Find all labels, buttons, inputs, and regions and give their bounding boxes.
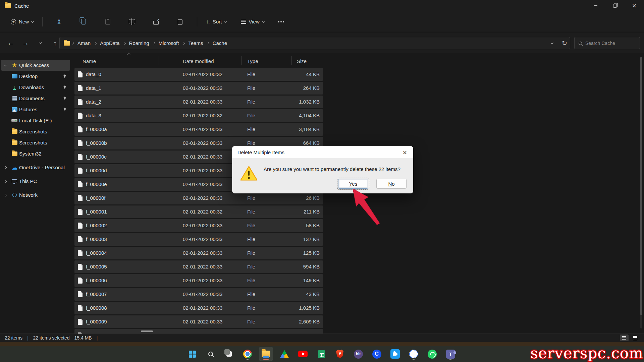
item-count: 22 items <box>5 335 22 341</box>
breadcrumb[interactable]: AmanAppDataRoamingMicrosoftTeamsCache ↻ <box>59 37 570 49</box>
sidebar-item-documents[interactable]: Documents <box>1 93 70 104</box>
cut-button[interactable] <box>52 16 67 27</box>
close-button[interactable]: ✕ <box>625 0 644 11</box>
sidebar-item-network[interactable]: Network <box>1 189 70 200</box>
share-button[interactable] <box>149 16 163 27</box>
column-header-date-modified[interactable]: Date modified <box>183 58 214 64</box>
column-header-size[interactable]: Size <box>297 58 307 64</box>
file-row-data-2[interactable]: data_202-01-2022 00:33File1,032 KB <box>74 96 323 108</box>
file-row-f-000009[interactable]: f_00000902-01-2022 00:33File2,609 KB <box>74 315 323 328</box>
horizontal-scrollbar-thumb[interactable] <box>141 330 153 332</box>
view-button[interactable]: View <box>237 16 268 27</box>
file-row-f-000008[interactable]: f_00000802-01-2022 00:33File1,025 KB <box>74 302 323 314</box>
scrollbar-thumb[interactable] <box>640 57 642 315</box>
large-icons-view-button[interactable] <box>631 335 639 341</box>
taskbar-icon-google-sheets[interactable] <box>314 347 328 361</box>
chevron-down-icon[interactable] <box>1 64 10 66</box>
taskbar-icon-brave[interactable] <box>333 347 347 361</box>
column-divider[interactable] <box>159 56 159 65</box>
sidebar-item-screenshots[interactable]: Screenshots <box>1 137 70 148</box>
recent-locations-button[interactable] <box>33 37 48 49</box>
chevron-right-icon[interactable] <box>1 180 10 182</box>
breadcrumb-segment-cache[interactable]: Cache <box>211 40 229 46</box>
breadcrumb-segment-roaming[interactable]: Roaming <box>127 40 151 46</box>
file-row-f-000007[interactable]: f_00000702-01-2022 00:33File43 KB <box>74 288 323 301</box>
chevron-right-icon[interactable] <box>1 194 10 196</box>
cell-name: data_2 <box>86 99 101 105</box>
file-row-f-000003[interactable]: f_00000302-01-2022 00:33File137 KB <box>74 233 323 246</box>
taskbar-icon-google-drive[interactable] <box>277 347 291 361</box>
file-row-data-0[interactable]: data_002-01-2022 00:32File44 KB <box>74 68 323 81</box>
cell-name: f_00000b <box>86 140 107 146</box>
delete-button[interactable] <box>173 16 187 27</box>
taskbar-icon-twitter[interactable] <box>388 347 402 361</box>
cell-size: 4,104 KB <box>299 113 320 118</box>
downloads-icon: ↓ <box>10 85 19 90</box>
paste-button[interactable] <box>100 16 115 27</box>
yes-button[interactable]: Yes <box>338 179 368 189</box>
sidebar-item-screenshots[interactable]: Screenshots <box>1 126 70 137</box>
column-header-type[interactable]: Type <box>247 58 258 64</box>
new-button[interactable]: + New <box>7 16 38 27</box>
cell-size: 594 KB <box>303 264 320 269</box>
taskbar-icon-youtube[interactable] <box>296 347 310 361</box>
maximize-button[interactable] <box>605 0 625 11</box>
file-row-f-000006[interactable]: f_00000602-01-2022 00:33File149 KB <box>74 274 323 287</box>
cell-type: File <box>247 209 255 215</box>
file-row-f-00000f[interactable]: f_00000f02-01-2022 00:33File26 KB <box>74 192 323 204</box>
search-input[interactable]: Search Cache <box>574 37 640 49</box>
column-divider[interactable] <box>291 56 292 65</box>
sidebar-item-onedrive-personal[interactable]: ☁OneDrive - Personal <box>1 162 70 173</box>
chevron-down-icon <box>224 20 227 22</box>
file-row-data-3[interactable]: data_302-01-2022 00:32File4,104 KB <box>74 109 323 122</box>
taskbar-icon-chrome[interactable] <box>240 347 255 361</box>
minimize-button[interactable] <box>586 0 605 11</box>
taskbar-icon-whatsapp[interactable] <box>425 347 439 361</box>
taskbar-icon-teams[interactable]: T <box>443 347 458 361</box>
file-row-f-000002[interactable]: f_00000202-01-2022 00:33File58 KB <box>74 219 323 232</box>
address-dropdown-icon[interactable] <box>551 41 553 44</box>
vertical-scrollbar[interactable] <box>640 57 642 328</box>
breadcrumb-segment-appdata[interactable]: AppData <box>98 40 121 46</box>
copy-button[interactable] <box>76 16 91 27</box>
sidebar-item-this-pc[interactable]: This PC <box>1 176 70 187</box>
breadcrumb-segment-aman[interactable]: Aman <box>75 40 93 46</box>
sidebar-item-system32[interactable]: System32 <box>1 148 70 159</box>
large-icons-view-icon <box>633 336 637 340</box>
taskbar-icon-start[interactable] <box>185 347 199 361</box>
file-row-f-000001[interactable]: f_00000102-01-2022 00:32File211 KB <box>74 205 323 218</box>
cell-name: f_00000e <box>86 181 107 187</box>
taskbar-icon-search[interactable] <box>204 347 218 361</box>
sidebar-item-quick-access[interactable]: ★Quick access <box>1 60 70 71</box>
column-header-name[interactable]: Name <box>83 58 96 64</box>
refresh-icon[interactable]: ↻ <box>562 39 567 47</box>
sidebar-item-local-disk-e[interactable]: Local Disk (E:) <box>1 115 70 126</box>
column-divider[interactable] <box>241 56 241 65</box>
no-button[interactable]: No <box>376 179 407 189</box>
file-row-f-000005[interactable]: f_00000502-01-2022 00:33File594 KB <box>74 260 323 273</box>
file-row-data-1[interactable]: data_102-01-2022 00:32File264 KB <box>74 82 323 95</box>
dialog-close-icon[interactable]: ✕ <box>401 149 409 156</box>
file-row-partial[interactable] <box>74 329 323 334</box>
taskbar-icon-task-view[interactable] <box>222 347 236 361</box>
forward-button[interactable]: → <box>18 37 33 49</box>
breadcrumb-segment-microsoft[interactable]: Microsoft <box>157 40 181 46</box>
file-row-f-00000a[interactable]: f_00000a02-01-2022 00:33File3,184 KB <box>74 123 323 136</box>
file-row-f-000004[interactable]: f_00000402-01-2022 00:33File125 KB <box>74 247 323 259</box>
taskbar-icon-file-explorer[interactable] <box>259 347 273 361</box>
details-view-button[interactable] <box>620 335 629 341</box>
breadcrumb-segment-teams[interactable]: Teams <box>186 40 205 46</box>
cell-name: f_000007 <box>86 291 107 297</box>
taskbar-icon-coinbase[interactable]: C <box>370 347 384 361</box>
back-button[interactable]: ← <box>3 37 18 49</box>
rename-button[interactable] <box>124 16 139 27</box>
chevron-right-icon[interactable] <box>1 167 10 169</box>
sidebar-item-desktop[interactable]: Desktop <box>1 71 70 82</box>
sidebar-item-downloads[interactable]: ↓Downloads <box>1 82 70 93</box>
see-more-button[interactable] <box>274 16 288 27</box>
taskbar-icon-bit[interactable]: bit <box>351 347 365 361</box>
sort-button[interactable]: ↑↓ Sort <box>202 16 231 27</box>
sidebar-item-pictures[interactable]: Pictures <box>1 104 70 115</box>
divider <box>42 17 43 26</box>
taskbar-icon-signal[interactable] <box>407 347 421 361</box>
